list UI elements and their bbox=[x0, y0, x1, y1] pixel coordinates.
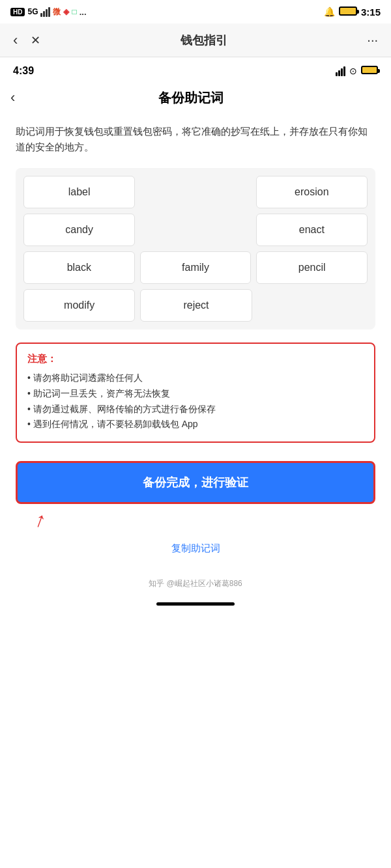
inner-nav-bar: ‹ 备份助记词 bbox=[0, 82, 391, 113]
mnemonic-row-4: modify reject bbox=[23, 289, 368, 322]
inner-signal-icon bbox=[336, 66, 345, 76]
outer-status-left: HD 5G 微 ◈ □ ... bbox=[10, 7, 87, 18]
bell-icon: 🔔 bbox=[324, 7, 335, 17]
mnemonic-row-2: candy enact bbox=[23, 214, 368, 246]
warning-item-4: • 遇到任何情况，请不要轻易卸载钱包 App bbox=[27, 417, 364, 432]
home-bar bbox=[156, 602, 235, 606]
hd-badge: HD bbox=[10, 8, 25, 16]
warning-title: 注意： bbox=[27, 353, 364, 365]
mnemonic-cell-2-2 bbox=[140, 214, 250, 246]
inner-status-bar: 4:39 ⊙ bbox=[0, 57, 391, 82]
app-icons-2: ◈ bbox=[63, 7, 69, 16]
signal-5g: 5G bbox=[27, 7, 38, 16]
outer-close-button[interactable]: ✕ bbox=[31, 33, 40, 48]
watermark: 知乎 @崛起社区小诸葛886 bbox=[0, 565, 391, 597]
warning-item-2: • 助记词一旦丢失，资产将无法恢复 bbox=[27, 386, 364, 402]
mnemonic-cell-1-1: label bbox=[23, 176, 135, 208]
mnemonic-cell-3-2: family bbox=[140, 251, 252, 284]
wifi-icon: ⊙ bbox=[349, 66, 357, 76]
mnemonic-row-1: label erosion bbox=[23, 176, 368, 208]
outer-back-button[interactable]: ‹ bbox=[13, 32, 18, 49]
verify-btn-wrapper: 备份完成，进行验证 ↑ bbox=[16, 461, 375, 532]
inner-page-title: 备份助记词 bbox=[23, 89, 358, 107]
app-icons-3: □ bbox=[72, 7, 76, 16]
inner-back-button[interactable]: ‹ bbox=[10, 89, 15, 106]
copy-link-area: 复制助记词 bbox=[16, 542, 375, 555]
mnemonic-cell-4-2: reject bbox=[140, 289, 252, 322]
signal-icon bbox=[40, 7, 50, 17]
mnemonic-cell-2-3: enact bbox=[256, 214, 368, 246]
warning-box: 注意： • 请勿将助记词透露给任何人 • 助记词一旦丢失，资产将无法恢复 • 请… bbox=[16, 343, 375, 443]
app-icons: 微 bbox=[53, 7, 61, 18]
arrow-icon: ↑ bbox=[31, 507, 50, 533]
mnemonic-cell-4-3 bbox=[257, 289, 368, 322]
inner-status-icons: ⊙ bbox=[336, 65, 378, 77]
outer-status-bar: HD 5G 微 ◈ □ ... 🔔 3:15 bbox=[0, 0, 391, 23]
outer-app-title: 钱包指引 bbox=[181, 33, 227, 48]
battery-status bbox=[339, 7, 357, 18]
more-dots-status: ... bbox=[80, 7, 87, 17]
outer-app-bar: ‹ ✕ 钱包指引 ··· bbox=[0, 23, 391, 57]
mnemonic-cell-1-2 bbox=[140, 176, 250, 208]
mnemonic-cell-3-1: black bbox=[23, 251, 135, 284]
mnemonic-cell-3-3: pencil bbox=[256, 251, 368, 284]
mnemonic-row-3: black family pencil bbox=[23, 251, 368, 284]
mnemonic-cell-4-1: modify bbox=[23, 289, 135, 322]
content-area: 助记词用于恢复钱包或重置钱包密码，将它准确的抄写在纸上，并存放在只有你知道的安全… bbox=[0, 113, 391, 565]
inner-phone: 4:39 ⊙ ‹ 备份助记词 助记词用于恢复钱包或重置钱包密码，将它准确的抄写在… bbox=[0, 57, 391, 616]
mnemonic-cell-2-1: candy bbox=[23, 214, 135, 246]
outer-status-right: 🔔 3:15 bbox=[324, 7, 381, 18]
mnemonic-cell-1-3: erosion bbox=[256, 176, 368, 208]
warning-item-1: • 请勿将助记词透露给任何人 bbox=[27, 371, 364, 386]
inner-battery-icon bbox=[361, 65, 378, 77]
home-indicator bbox=[0, 597, 391, 616]
warning-item-3: • 请勿通过截屏、网络传输的方式进行备份保存 bbox=[27, 402, 364, 417]
outer-more-button[interactable]: ··· bbox=[367, 33, 378, 48]
outer-time: 3:15 bbox=[361, 7, 381, 18]
inner-time: 4:39 bbox=[13, 65, 34, 77]
copy-mnemonic-link[interactable]: 复制助记词 bbox=[171, 542, 220, 553]
description-text: 助记词用于恢复钱包或重置钱包密码，将它准确的抄写在纸上，并存放在只有你知道的安全… bbox=[16, 124, 375, 155]
verify-button[interactable]: 备份完成，进行验证 bbox=[16, 461, 375, 504]
mnemonic-grid: label erosion candy enact bl bbox=[16, 168, 375, 329]
